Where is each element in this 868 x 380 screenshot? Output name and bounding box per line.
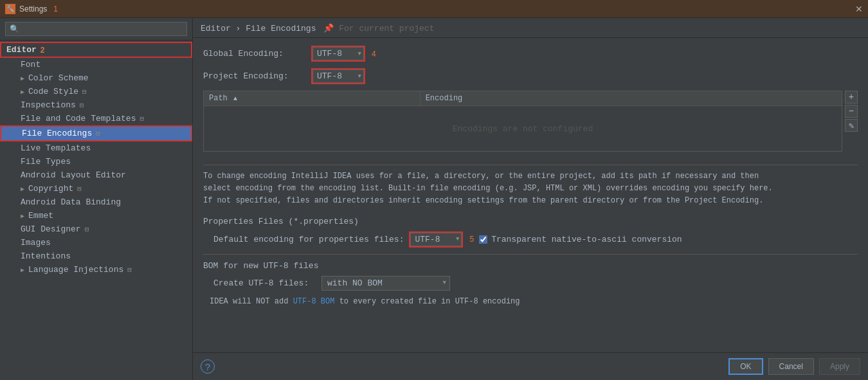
sidebar-item-code-style[interactable]: ▶ Code Style ⊟ (0, 85, 192, 98)
sidebar-item-gui-designer-label: GUI Designer (21, 224, 81, 234)
encoding-table-area: Path ▲ Encoding Encodings are not config… (203, 91, 858, 158)
project-encoding-label: Project Encoding: (203, 71, 306, 81)
breadcrumb-text: Editor › File Encodings (201, 24, 316, 33)
sidebar-item-font-label: Font (21, 60, 41, 69)
create-utf8-label: Create UTF-8 files: (213, 278, 316, 288)
default-encoding-row: Default encoding for properties files: U… (203, 231, 858, 248)
project-encoding-row: Project Encoding: UTF-8 (203, 68, 858, 84)
sidebar-item-language-injections[interactable]: ▶ Language Injections ⊟ (0, 263, 192, 276)
sidebar-item-file-types[interactable]: File Types (0, 155, 192, 168)
sidebar-item-images[interactable]: Images (0, 236, 192, 249)
title-bar: 🔧 Settings 1 ✕ (0, 0, 868, 18)
content-scroll: Global Encoding: UTF-8 4 Project Encodin… (193, 38, 868, 352)
page-icon: ⊟ (77, 185, 82, 193)
page-icon: ⊟ (80, 101, 84, 109)
sidebar-item-android-layout-editor[interactable]: Android Layout Editor (0, 168, 192, 182)
bom-select-wrapper: with NO BOM (321, 276, 450, 291)
sidebar-editor-label: Editor (6, 45, 37, 55)
sidebar-item-live-templates[interactable]: Live Templates (0, 141, 192, 155)
sidebar-item-file-encodings-label: File Encodings (22, 129, 92, 138)
sidebar-item-code-style-label: Code Style (28, 87, 78, 96)
bom-select[interactable]: with NO BOM (321, 276, 450, 291)
default-encoding-label: Default encoding for properties files: (213, 235, 404, 244)
global-encoding-row: Global Encoding: UTF-8 4 (203, 46, 858, 62)
app-icon: 🔧 (5, 4, 15, 14)
bom-section: BOM for new UTF-8 files Create UTF-8 fil… (203, 254, 858, 306)
sidebar-item-intentions[interactable]: Intentions (0, 249, 192, 263)
sidebar-item-emmet-label: Emmet (28, 211, 53, 221)
num5-badge: 5 (469, 235, 474, 244)
table-body: Encodings are not configured (204, 106, 842, 151)
sidebar-item-file-encodings[interactable]: File Encodings ⊟ (0, 125, 192, 141)
sidebar-item-color-scheme[interactable]: ▶ Color Scheme (0, 71, 192, 85)
close-button[interactable]: ✕ (855, 4, 863, 14)
page-icon: ⊟ (96, 129, 100, 138)
transparent-label: Transparent native-to-ascii conversion (491, 235, 682, 244)
num4-badge: 4 (372, 50, 376, 59)
edit-row-button[interactable]: ✎ (845, 119, 858, 132)
sidebar-editor-num: 2 (41, 46, 45, 55)
sort-icon: ▲ (233, 95, 237, 102)
default-encoding-select-wrapper: UTF-8 (409, 231, 463, 248)
project-encoding-select-wrapper: UTF-8 (311, 68, 365, 84)
sidebar-item-live-templates-label: Live Templates (21, 143, 91, 153)
chevron-icon: ▶ (21, 75, 24, 82)
table-header: Path ▲ Encoding (204, 91, 842, 106)
title-text: Settings (19, 5, 47, 14)
sidebar-item-file-types-label: File Types (21, 157, 71, 167)
add-row-button[interactable]: + (845, 91, 858, 104)
sidebar-list: Editor 2 Font ▶ Color Scheme ▶ Code Styl… (0, 41, 192, 380)
sidebar-item-emmet[interactable]: ▶ Emmet (0, 209, 192, 222)
sidebar-item-file-code-templates[interactable]: File and Code Templates ⊟ (0, 112, 192, 125)
properties-title: Properties Files (*.properties) (203, 217, 858, 226)
create-bom-row: Create UTF-8 files: with NO BOM (203, 276, 858, 291)
help-button[interactable]: ? (201, 359, 215, 374)
title-num: 1 (53, 5, 58, 14)
breadcrumb: Editor › File Encodings 📌 For current pr… (193, 18, 868, 38)
global-encoding-select[interactable]: UTF-8 (312, 47, 364, 60)
table-header-path: Path ▲ (204, 91, 420, 105)
global-encoding-label: Global Encoding: (203, 49, 306, 59)
sidebar-item-copyright[interactable]: ▶ Copyright ⊟ (0, 182, 192, 195)
title-bar-left: 🔧 Settings 1 (5, 4, 58, 14)
properties-section: Properties Files (*.properties) Default … (203, 217, 858, 248)
sidebar-item-font[interactable]: Font (0, 58, 192, 71)
sidebar-item-file-code-templates-label: File and Code Templates (21, 114, 136, 123)
page-icon: ⊟ (85, 225, 89, 233)
search-input[interactable] (5, 22, 187, 36)
bom-title: BOM for new UTF-8 files (203, 261, 858, 271)
action-buttons: OK Cancel Apply (728, 358, 860, 375)
sidebar-item-android-data-binding-label: Android Data Binding (21, 197, 121, 207)
remove-row-button[interactable]: − (845, 105, 858, 118)
chevron-icon: ▶ (21, 266, 24, 274)
table-header-encoding: Encoding (420, 91, 842, 105)
search-box (0, 18, 192, 41)
encoding-table: Path ▲ Encoding Encodings are not config… (203, 91, 842, 158)
chevron-icon: ▶ (21, 212, 24, 220)
bottom-bar: ? OK Cancel Apply (193, 352, 868, 380)
encoding-table-inner: Path ▲ Encoding Encodings are not config… (203, 91, 842, 152)
sidebar-item-android-data-binding[interactable]: Android Data Binding (0, 195, 192, 209)
table-actions: + − ✎ (845, 91, 858, 132)
table-empty-message: Encodings are not configured (453, 124, 593, 134)
sidebar-item-language-injections-label: Language Injections (28, 265, 123, 275)
transparent-checkbox[interactable] (479, 235, 487, 244)
sidebar-item-android-layout-editor-label: Android Layout Editor (21, 170, 126, 180)
sidebar-item-inspections[interactable]: Inspections ⊟ (0, 98, 192, 112)
default-encoding-select[interactable]: UTF-8 (410, 233, 462, 246)
sidebar-item-editor[interactable]: Editor 2 (0, 42, 192, 58)
ok-button[interactable]: OK (728, 358, 763, 375)
global-encoding-select-wrapper: UTF-8 (311, 46, 365, 62)
sidebar-item-gui-designer[interactable]: GUI Designer ⊟ (0, 222, 192, 236)
main-container: Editor 2 Font ▶ Color Scheme ▶ Code Styl… (0, 18, 868, 380)
sidebar-item-inspections-label: Inspections (21, 100, 76, 110)
sidebar-item-color-scheme-label: Color Scheme (28, 73, 89, 83)
bom-note: IDEA will NOT add UTF-8 BOM to every cre… (203, 297, 858, 306)
chevron-icon: ▶ (21, 185, 24, 193)
cancel-button[interactable]: Cancel (768, 358, 814, 375)
sidebar-item-images-label: Images (21, 238, 51, 248)
sidebar-item-copyright-label: Copyright (28, 184, 73, 194)
project-encoding-select[interactable]: UTF-8 (312, 69, 364, 83)
apply-button[interactable]: Apply (819, 358, 860, 375)
sidebar: Editor 2 Font ▶ Color Scheme ▶ Code Styl… (0, 18, 193, 380)
